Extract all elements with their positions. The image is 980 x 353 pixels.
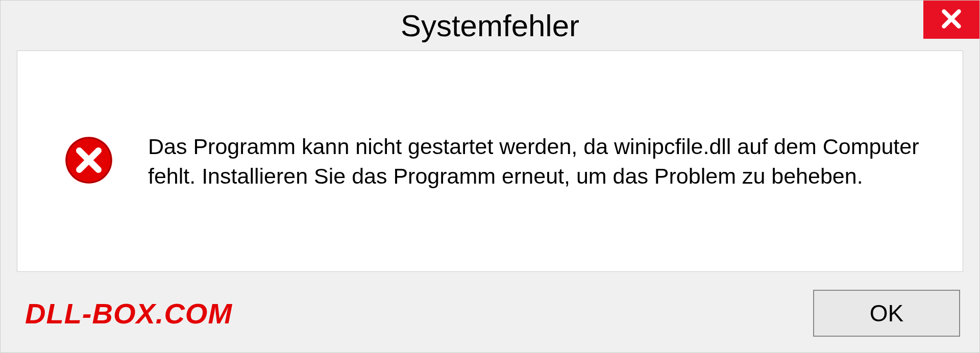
dialog-footer: DLL-BOX.COM OK — [1, 286, 979, 352]
close-button[interactable] — [923, 1, 979, 39]
error-dialog: Systemfehler Das Programm kann nicht ges… — [0, 0, 980, 353]
titlebar: Systemfehler — [1, 1, 979, 51]
watermark-text: DLL-BOX.COM — [25, 297, 232, 330]
content-area: Das Programm kann nicht gestartet werden… — [17, 51, 963, 272]
error-message: Das Programm kann nicht gestartet werden… — [148, 132, 932, 191]
close-icon — [939, 6, 964, 34]
dialog-title: Systemfehler — [401, 8, 579, 43]
error-icon — [63, 135, 114, 188]
ok-button[interactable]: OK — [813, 290, 960, 337]
